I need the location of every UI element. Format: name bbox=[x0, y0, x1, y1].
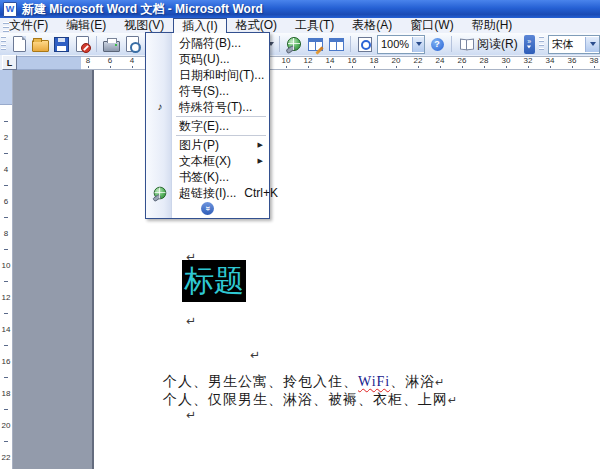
save-icon bbox=[54, 37, 69, 52]
window-title: 新建 Microsoft Word 文档 - Microsoft Word bbox=[22, 1, 263, 18]
menu-item[interactable]: 窗口(W) bbox=[401, 18, 462, 33]
body-text-segment: 个人、仅限男生、淋浴、被褥、衣柜、上网 bbox=[163, 392, 448, 407]
insert-menu-item-label: 书签(K)... bbox=[179, 169, 229, 185]
ruler-number: 24 bbox=[429, 56, 451, 68]
body-text-line[interactable]: 个人、仅限男生、淋浴、被褥、衣柜、上网↵ bbox=[163, 391, 457, 409]
word-app-icon: W bbox=[3, 2, 17, 17]
vertical-ruler[interactable]: 246810121416182022 bbox=[0, 70, 13, 469]
new-document-icon bbox=[13, 36, 26, 52]
permission-icon bbox=[76, 36, 89, 52]
ruler-number: 22 bbox=[407, 56, 429, 68]
ruler-number: 26 bbox=[451, 56, 473, 68]
zoom-dropdown-button[interactable] bbox=[412, 37, 424, 52]
insert-menu-items: 分隔符(B)... 页码(U)... bbox=[146, 35, 269, 201]
menu-item[interactable]: 插入(I) bbox=[173, 18, 226, 33]
toolbar-grip[interactable] bbox=[539, 36, 544, 52]
save-button[interactable] bbox=[52, 35, 70, 53]
chevron-expand-icon: » bbox=[203, 206, 212, 211]
menu-item[interactable]: 工具(T) bbox=[286, 18, 343, 33]
menu-item[interactable]: 编辑(E) bbox=[57, 18, 115, 33]
insert-menu-item-label: 页码(U)... bbox=[179, 51, 230, 67]
menu-item[interactable]: 视图(V) bbox=[115, 18, 173, 33]
insert-menu-item[interactable]: 日期和时间(T)... bbox=[146, 67, 269, 83]
print-button[interactable] bbox=[102, 35, 120, 53]
hyperlink-globe-icon bbox=[287, 37, 301, 51]
menubar-grip[interactable] bbox=[3, 22, 9, 33]
help-button[interactable]: ? bbox=[428, 35, 446, 53]
ruler-number: 22 bbox=[0, 441, 12, 469]
permission-button[interactable] bbox=[73, 35, 91, 53]
insert-menu-item[interactable]: ♪ 特殊符号(T)... bbox=[146, 99, 269, 117]
print-preview-icon bbox=[126, 36, 139, 52]
tables-and-borders-button[interactable] bbox=[306, 35, 324, 53]
ruler-number: 16 bbox=[0, 345, 12, 377]
menu-shortcut: Ctrl+K bbox=[236, 185, 278, 201]
special-symbol-icon: ♪ bbox=[158, 102, 163, 112]
insert-menu-item-label: 文本框(X) bbox=[179, 153, 231, 169]
menu-expand-row: » bbox=[146, 201, 269, 216]
menu-item[interactable]: 帮助(H) bbox=[463, 18, 522, 33]
ruler-number: 8 bbox=[77, 56, 99, 68]
ruler-number: 4 bbox=[0, 153, 12, 185]
menu-separator bbox=[176, 116, 266, 117]
ruler-number: 12 bbox=[297, 56, 319, 68]
toolbar-separator bbox=[96, 36, 97, 52]
read-mode-button[interactable]: 阅读(R) bbox=[457, 35, 521, 53]
tables-and-borders-icon bbox=[308, 38, 323, 51]
font-name-combo[interactable]: 宋体 bbox=[548, 35, 600, 54]
zoom-value: 100% bbox=[378, 38, 412, 50]
read-mode-label: 阅读(R) bbox=[477, 36, 518, 53]
insert-menu-item[interactable]: 文本框(X) ▶ bbox=[146, 153, 269, 169]
toolbar-options-button[interactable]: » bbox=[524, 35, 535, 54]
insert-hyperlink-button[interactable] bbox=[285, 35, 303, 53]
new-document-button[interactable] bbox=[10, 35, 28, 53]
insert-menu-item-label: 图片(P) bbox=[179, 137, 219, 153]
chevron-down-icon bbox=[416, 42, 422, 46]
insert-menu-item[interactable]: 符号(S)... bbox=[146, 83, 269, 99]
document-area: 246810121416182022 ↵ ↵ ↵ 标题 ↵ 个人、男生公寓、拎包… bbox=[0, 70, 600, 469]
help-icon: ? bbox=[431, 38, 444, 51]
selected-title-text[interactable]: 标题 bbox=[182, 260, 246, 302]
ruler-numbers-left: 864 bbox=[77, 56, 143, 68]
ruler-number: 20 bbox=[0, 409, 12, 441]
horizontal-ruler[interactable]: L 864 101214161820222426283032343638 bbox=[0, 55, 600, 70]
spellcheck-flagged-word: WiFi bbox=[358, 374, 390, 389]
insert-menu-item-label: 分隔符(B)... bbox=[179, 35, 241, 51]
insert-table-button[interactable] bbox=[327, 35, 345, 53]
body-text-line[interactable]: 个人、男生公寓、拎包入住、WiFi、淋浴↵ bbox=[163, 373, 444, 391]
paragraph-mark: ↵ bbox=[186, 408, 196, 422]
zoom-page-button[interactable] bbox=[356, 35, 374, 53]
font-dropdown-button[interactable] bbox=[585, 37, 599, 52]
insert-menu-item[interactable]: 分隔符(B)... bbox=[146, 35, 269, 51]
paragraph-mark: ↵ bbox=[448, 394, 457, 407]
ruler-number: 2 bbox=[0, 121, 12, 153]
menu-item[interactable]: 格式(O) bbox=[227, 18, 286, 33]
submenu-arrow-icon: ▶ bbox=[258, 157, 263, 165]
chevron-down-icon bbox=[527, 46, 531, 49]
insert-menu-item-label: 符号(S)... bbox=[179, 83, 229, 99]
paragraph-mark: ↵ bbox=[250, 348, 260, 362]
insert-menu-dropdown: 分隔符(B)... 页码(U)... bbox=[145, 32, 270, 219]
paragraph-mark: ↵ bbox=[435, 376, 444, 389]
ruler-number: 36 bbox=[561, 56, 583, 68]
tab-selector[interactable]: L bbox=[2, 55, 17, 70]
menu-expand-button[interactable]: » bbox=[201, 202, 214, 215]
insert-menu-item[interactable]: 页码(U)... bbox=[146, 51, 269, 67]
print-icon bbox=[103, 41, 120, 52]
insert-menu-item[interactable]: 书签(K)... bbox=[146, 169, 269, 185]
print-preview-button[interactable] bbox=[123, 35, 141, 53]
toolbar-separator bbox=[350, 36, 351, 52]
ruler-number: 6 bbox=[99, 56, 121, 68]
open-button[interactable] bbox=[31, 35, 49, 53]
font-name-value: 宋体 bbox=[549, 37, 577, 52]
insert-menu-item[interactable]: 超链接(I)... Ctrl+K bbox=[146, 185, 269, 201]
toolbar-separator bbox=[451, 36, 452, 52]
insert-menu-item[interactable]: 图片(P) ▶ bbox=[146, 137, 269, 153]
book-icon bbox=[460, 39, 474, 49]
menu-bar: 文件(F) 编辑(E) 视图(V) 插入(I) 格式(O) 工具(T) 表格(A… bbox=[0, 18, 600, 34]
menu-item[interactable]: 表格(A) bbox=[343, 18, 401, 33]
ruler-number: 34 bbox=[539, 56, 561, 68]
toolbar-grip[interactable] bbox=[1, 36, 6, 52]
zoom-combo[interactable]: 100% bbox=[377, 35, 425, 54]
insert-menu-item[interactable]: 数字(E)... bbox=[146, 118, 269, 136]
